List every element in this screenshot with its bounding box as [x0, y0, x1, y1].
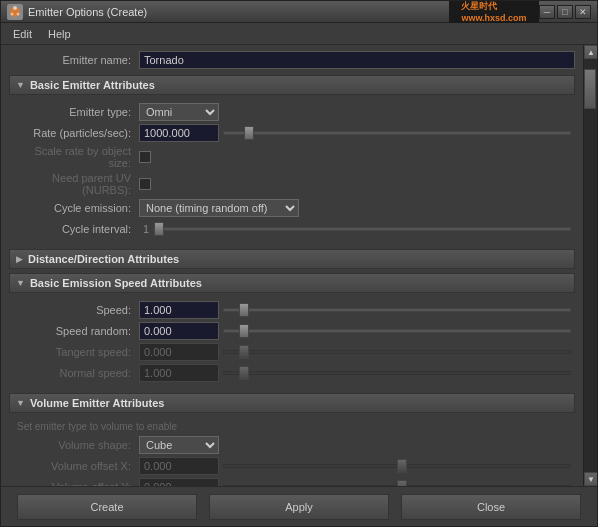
title-bar: Emitter Options (Create) 火星时代www.hxsd.co… — [1, 1, 597, 23]
distance-direction-title: Distance/Direction Attributes — [28, 253, 179, 265]
volume-offset-x-slider — [223, 464, 571, 468]
emitter-type-dropdown[interactable]: Omni Directional Volume — [139, 103, 219, 121]
close-button-footer[interactable]: Close — [401, 494, 581, 520]
normal-speed-row: Normal speed: — [9, 364, 575, 382]
svg-point-2 — [11, 12, 14, 15]
cycle-interval-label: Cycle interval: — [9, 223, 139, 235]
basic-speed-arrow: ▼ — [16, 278, 25, 288]
speed-random-row: Speed random: — [9, 322, 575, 340]
minimize-button[interactable]: ─ — [539, 5, 555, 19]
volume-offset-x-row: Volume offset X: — [9, 457, 575, 475]
distance-direction-arrow: ▶ — [16, 254, 23, 264]
need-parent-uv-row: Need parent UV (NURBS): — [9, 172, 575, 196]
scroll-down-button[interactable]: ▼ — [584, 472, 597, 486]
emitter-type-row: Emitter type: Omni Directional Volume — [9, 103, 575, 121]
close-button[interactable]: ✕ — [575, 5, 591, 19]
cycle-interval-value: 1 — [139, 223, 149, 235]
cycle-emission-dropdown[interactable]: None (timing random off) Frame Loop — [139, 199, 299, 217]
scale-rate-label: Scale rate by object size: — [9, 145, 139, 169]
volume-offset-y-slider — [223, 485, 571, 486]
main-window: Emitter Options (Create) 火星时代www.hxsd.co… — [0, 0, 598, 527]
volume-emitter-arrow: ▼ — [16, 398, 25, 408]
cycle-interval-slider-thumb[interactable] — [154, 222, 164, 236]
volume-offset-x-label: Volume offset X: — [9, 460, 139, 472]
rate-slider-container — [219, 131, 575, 135]
tangent-speed-label: Tangent speed: — [9, 346, 139, 358]
speed-slider-thumb[interactable] — [239, 303, 249, 317]
volume-shape-label: Volume shape: — [9, 439, 139, 451]
rate-slider[interactable] — [223, 131, 571, 135]
scroll-thumb[interactable] — [584, 69, 596, 109]
volume-shape-dropdown[interactable]: Cube Sphere Cylinder Cone Torus — [139, 436, 219, 454]
basic-speed-section-header[interactable]: ▼ Basic Emission Speed Attributes — [9, 273, 575, 293]
menu-edit[interactable]: Edit — [5, 26, 40, 42]
emitter-name-input[interactable] — [139, 51, 575, 69]
apply-button[interactable]: Apply — [209, 494, 389, 520]
footer: Create Apply Close — [1, 486, 597, 526]
basic-speed-title: Basic Emission Speed Attributes — [30, 277, 202, 289]
basic-emitter-title: Basic Emitter Attributes — [30, 79, 155, 91]
menu-help[interactable]: Help — [40, 26, 79, 42]
cycle-interval-row: Cycle interval: 1 — [9, 220, 575, 238]
scroll-up-button[interactable]: ▲ — [584, 45, 597, 59]
volume-emitter-title: Volume Emitter Attributes — [30, 397, 164, 409]
cycle-interval-slider[interactable] — [153, 227, 571, 231]
rate-row: Rate (particles/sec): — [9, 124, 575, 142]
emitter-type-dropdown-container: Omni Directional Volume — [139, 103, 219, 121]
tangent-speed-slider-container — [219, 350, 575, 354]
speed-slider-container — [219, 308, 575, 312]
tangent-speed-row: Tangent speed: — [9, 343, 575, 361]
volume-offset-y-input — [139, 478, 219, 486]
create-button[interactable]: Create — [17, 494, 197, 520]
volume-info-text: Set emitter type to volume to enable — [9, 421, 575, 432]
distance-direction-section-header[interactable]: ▶ Distance/Direction Attributes — [9, 249, 575, 269]
basic-emitter-section-header[interactable]: ▼ Basic Emitter Attributes — [9, 75, 575, 95]
normal-speed-slider-container — [219, 371, 575, 375]
menu-bar: Edit Help — [1, 23, 597, 45]
rate-input[interactable] — [139, 124, 219, 142]
tangent-speed-slider — [223, 350, 571, 354]
scale-rate-checkbox[interactable] — [139, 151, 151, 163]
emitter-name-label: Emitter name: — [9, 54, 139, 66]
volume-emitter-section-header[interactable]: ▼ Volume Emitter Attributes — [9, 393, 575, 413]
tangent-speed-input — [139, 343, 219, 361]
scroll-track[interactable] — [584, 59, 597, 472]
volume-offset-y-slider-thumb — [397, 480, 407, 486]
speed-input[interactable] — [139, 301, 219, 319]
speed-row: Speed: — [9, 301, 575, 319]
scrollbar: ▲ ▼ — [583, 45, 597, 486]
tangent-speed-slider-thumb — [239, 345, 249, 359]
normal-speed-slider-thumb — [239, 366, 249, 380]
speed-random-slider-container — [219, 329, 575, 333]
maximize-button[interactable]: □ — [557, 5, 573, 19]
svg-point-3 — [17, 12, 20, 15]
speed-random-slider-thumb[interactable] — [239, 324, 249, 338]
speed-slider[interactable] — [223, 308, 571, 312]
volume-shape-row: Volume shape: Cube Sphere Cylinder Cone … — [9, 436, 575, 454]
emitter-name-row: Emitter name: — [9, 51, 575, 69]
volume-offset-x-input — [139, 457, 219, 475]
svg-point-1 — [13, 6, 17, 10]
basic-emitter-content: Emitter type: Omni Directional Volume Ra… — [9, 99, 575, 245]
window-icon — [7, 4, 23, 20]
need-parent-uv-label: Need parent UV (NURBS): — [9, 172, 139, 196]
cycle-emission-dropdown-container: None (timing random off) Frame Loop — [139, 199, 299, 217]
volume-emitter-content: Set emitter type to volume to enable Vol… — [9, 417, 575, 486]
need-parent-uv-checkbox[interactable] — [139, 178, 151, 190]
logo-area: 火星时代www.hxsd.com — [449, 1, 539, 23]
normal-speed-input — [139, 364, 219, 382]
emitter-type-label: Emitter type: — [9, 106, 139, 118]
volume-offset-y-row: Volume offset Y: — [9, 478, 575, 486]
normal-speed-label: Normal speed: — [9, 367, 139, 379]
speed-label: Speed: — [9, 304, 139, 316]
title-controls: ─ □ ✕ — [539, 5, 591, 19]
cycle-emission-label: Cycle emission: — [9, 202, 139, 214]
scale-rate-row: Scale rate by object size: — [9, 145, 575, 169]
basic-emitter-arrow: ▼ — [16, 80, 25, 90]
basic-speed-content: Speed: Speed random: — [9, 297, 575, 389]
cycle-interval-slider-container — [149, 227, 575, 231]
normal-speed-slider — [223, 371, 571, 375]
speed-random-input[interactable] — [139, 322, 219, 340]
speed-random-slider[interactable] — [223, 329, 571, 333]
rate-slider-thumb[interactable] — [244, 126, 254, 140]
